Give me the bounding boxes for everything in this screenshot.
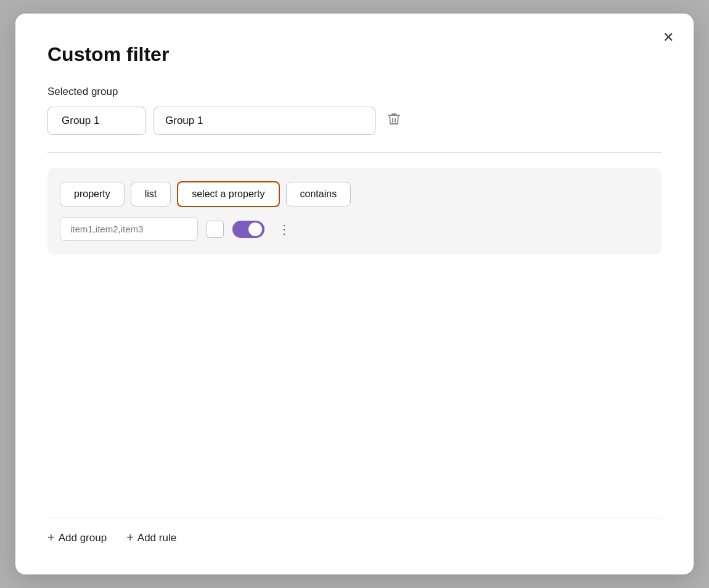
add-group-plus-icon: + bbox=[47, 531, 55, 545]
trash-icon bbox=[387, 112, 401, 126]
more-options-button[interactable]: ⋮ bbox=[273, 219, 296, 239]
add-rule-label: Add rule bbox=[137, 532, 176, 544]
add-rule-plus-icon: + bbox=[126, 531, 134, 545]
filter-toggle[interactable] bbox=[232, 221, 264, 238]
group-row: Group 1 bbox=[47, 107, 662, 135]
modal-overlay: ✕ Custom filter Selected group Group 1 p… bbox=[0, 0, 709, 588]
more-dots-icon: ⋮ bbox=[278, 223, 291, 236]
add-group-button[interactable]: + Add group bbox=[47, 531, 107, 545]
modal-dialog: ✕ Custom filter Selected group Group 1 p… bbox=[15, 14, 694, 574]
modal-title: Custom filter bbox=[47, 43, 662, 66]
add-group-label: Add group bbox=[59, 532, 107, 544]
items-input[interactable] bbox=[60, 217, 198, 241]
contains-chip[interactable]: contains bbox=[286, 182, 351, 206]
bottom-divider bbox=[47, 518, 662, 518]
bottom-actions: + Add group + Add rule bbox=[47, 531, 662, 545]
group-tag[interactable]: Group 1 bbox=[47, 107, 146, 135]
list-chip[interactable]: list bbox=[131, 182, 171, 206]
content-spacer bbox=[47, 269, 662, 518]
toggle-knob bbox=[248, 223, 262, 236]
filter-checkbox[interactable] bbox=[207, 221, 224, 238]
filter-inputs-row: ⋮ bbox=[60, 217, 649, 241]
delete-group-button[interactable] bbox=[383, 108, 405, 134]
add-rule-button[interactable]: + Add rule bbox=[126, 531, 176, 545]
selected-group-label: Selected group bbox=[47, 86, 662, 98]
close-button[interactable]: ✕ bbox=[660, 28, 676, 47]
property-chip[interactable]: property bbox=[60, 182, 125, 206]
filter-chips-row: property list select a property contains bbox=[60, 181, 649, 207]
select-property-chip[interactable]: select a property bbox=[177, 181, 279, 207]
section-divider bbox=[47, 152, 662, 153]
group-name-input[interactable] bbox=[154, 107, 375, 135]
filter-section: property list select a property contains… bbox=[47, 168, 662, 255]
